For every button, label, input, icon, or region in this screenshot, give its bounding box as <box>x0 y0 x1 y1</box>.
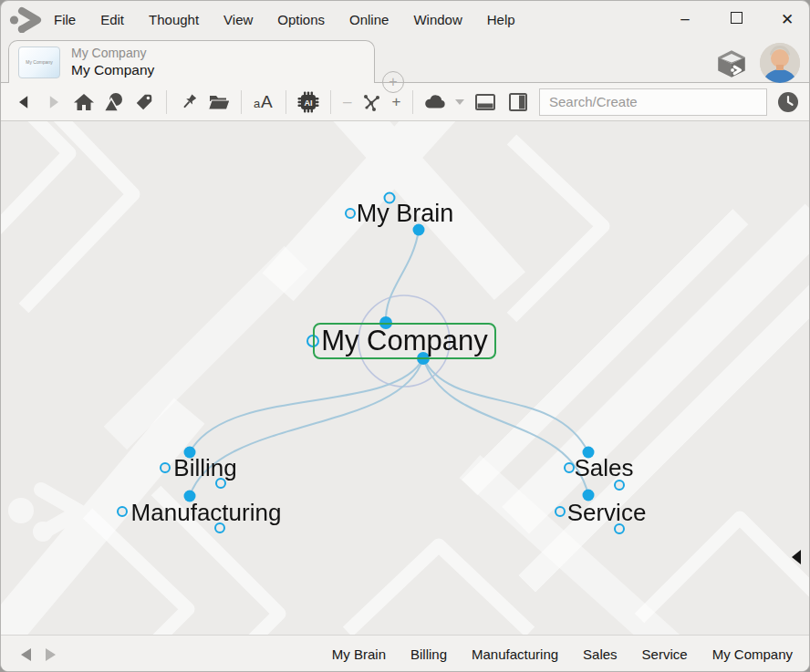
vertical-split-button[interactable] <box>506 90 530 114</box>
collapse-plex-button[interactable]: – <box>341 93 353 111</box>
tabbar-right-icons <box>714 43 800 83</box>
expand-plex-button[interactable]: + <box>389 93 402 111</box>
tab-thumbnail: My Company <box>18 47 60 78</box>
app-logo-icon <box>8 5 45 33</box>
svg-text:AI: AI <box>305 98 313 108</box>
back-button[interactable] <box>12 90 36 114</box>
maximize-button[interactable] <box>727 10 745 28</box>
breadcrumb-service[interactable]: Service <box>642 646 688 662</box>
menu-edit[interactable]: Edit <box>100 12 124 27</box>
toolbar-right <box>473 88 800 116</box>
panel-expand-handle-icon[interactable] <box>792 550 801 564</box>
forward-icon <box>45 93 63 111</box>
breadcrumb-sales[interactable]: Sales <box>583 646 618 662</box>
shapes-icon <box>102 91 126 113</box>
thought-sales[interactable]: Sales <box>574 454 633 482</box>
toolbar-separator <box>286 90 286 114</box>
minimize-button[interactable]: – <box>676 10 694 28</box>
tags-button[interactable] <box>132 90 156 114</box>
menu-file[interactable]: File <box>54 12 76 27</box>
breadcrumb-my-brain[interactable]: My Brain <box>332 646 386 662</box>
tab-text: My Company My Company <box>71 46 154 78</box>
avatar-photo <box>760 43 800 83</box>
cloud-dropdown-caret-icon[interactable] <box>455 99 464 105</box>
gate-sales-jump[interactable] <box>565 463 574 472</box>
menu-options[interactable]: Options <box>277 12 325 27</box>
font-size-icon: a A <box>252 91 275 113</box>
vertical-split-icon <box>506 91 530 113</box>
home-button[interactable] <box>72 90 96 114</box>
toolbar-separator <box>241 90 242 114</box>
app-window: File Edit Thought View Options Online Wi… <box>0 0 810 672</box>
breadcrumb-manufacturing[interactable]: Manufacturing <box>472 646 558 662</box>
open-brain-button[interactable] <box>207 90 231 114</box>
gate-service-jump[interactable] <box>556 507 565 516</box>
thought-service[interactable]: Service <box>567 499 647 527</box>
gate-manufacturing-jump[interactable] <box>118 507 127 516</box>
link-mycompany-service <box>423 358 588 495</box>
menu-view[interactable]: View <box>223 12 253 27</box>
timeline-button[interactable] <box>776 90 800 114</box>
ai-chip-icon: AI <box>296 90 320 114</box>
menu-window[interactable]: Window <box>413 12 462 27</box>
breadcrumb-bar: My Brain Billing Manufacturing Sales Ser… <box>1 635 809 672</box>
titlebar: File Edit Thought View Options Online Wi… <box>1 1 809 37</box>
gate-mybrain-jump[interactable] <box>346 209 355 218</box>
tag-icon <box>134 92 154 112</box>
font-size-button[interactable]: a A <box>252 90 275 114</box>
svg-text:A: A <box>261 92 273 111</box>
toolbar-separator <box>330 90 331 114</box>
menu-bar: File Edit Thought View Options Online Wi… <box>54 12 515 27</box>
tab-thumbnail-label: My Company <box>26 59 52 65</box>
close-button[interactable]: ✕ <box>778 10 796 29</box>
breadcrumb-my-company[interactable]: My Company <box>712 646 793 662</box>
menu-help[interactable]: Help <box>487 12 515 27</box>
horizontal-split-button[interactable] <box>473 90 497 114</box>
brainbox-cube-icon[interactable] <box>714 46 749 80</box>
menu-online[interactable]: Online <box>349 12 389 27</box>
user-avatar[interactable] <box>760 43 800 83</box>
maximize-icon <box>731 12 742 24</box>
link-mybrain-mycompany <box>386 230 419 323</box>
cloud-sync-icon <box>423 91 447 113</box>
ai-button[interactable]: AI <box>296 90 320 114</box>
home-icon <box>73 91 95 113</box>
pin-button[interactable] <box>177 90 201 114</box>
thought-my-company-selected[interactable]: My Company <box>313 323 496 359</box>
horizontal-split-icon <box>473 91 497 113</box>
search-input[interactable] <box>539 88 767 116</box>
pin-icon <box>179 92 199 112</box>
svg-text:a: a <box>254 97 261 110</box>
toolbar: a A AI – <box>1 83 809 121</box>
menu-thought[interactable]: Thought <box>149 12 199 27</box>
new-tab-button[interactable]: + <box>382 71 404 93</box>
clock-icon <box>776 90 800 114</box>
gate-sales-child[interactable] <box>615 481 624 490</box>
toolbar-separator <box>412 90 413 114</box>
thought-manufacturing[interactable]: Manufacturing <box>131 499 282 527</box>
breadcrumb-items: My Brain Billing Manufacturing Sales Ser… <box>332 646 793 662</box>
folder-icon <box>207 91 231 113</box>
thought-types-button[interactable] <box>102 90 126 114</box>
window-controls: – ✕ <box>676 1 796 37</box>
tab-thought-name: My Company <box>71 61 154 78</box>
link-mycompany-billing <box>190 358 423 452</box>
link-mycompany-sales <box>423 358 588 452</box>
plex-canvas[interactable]: My Brain My Company Billing Manufacturin… <box>1 121 809 635</box>
forward-button[interactable] <box>42 90 66 114</box>
history-back-icon[interactable] <box>21 648 31 661</box>
back-icon <box>15 93 33 111</box>
plex-depth-icon <box>359 90 383 114</box>
tab-bar: My Company My Company My Company + <box>1 37 809 83</box>
plex-graph <box>1 121 809 635</box>
thought-my-company-label: My Company <box>321 325 488 357</box>
cloud-sync-button[interactable] <box>423 90 447 114</box>
tab-brain-name: My Company <box>71 46 154 61</box>
thought-billing[interactable]: Billing <box>173 454 236 482</box>
gate-billing-jump[interactable] <box>161 463 170 472</box>
breadcrumb-billing[interactable]: Billing <box>410 646 447 662</box>
history-forward-icon[interactable] <box>46 648 56 661</box>
plex-depth-button[interactable] <box>359 90 383 114</box>
tab-my-company[interactable]: My Company My Company My Company <box>8 40 375 83</box>
thought-my-brain[interactable]: My Brain <box>357 200 454 228</box>
